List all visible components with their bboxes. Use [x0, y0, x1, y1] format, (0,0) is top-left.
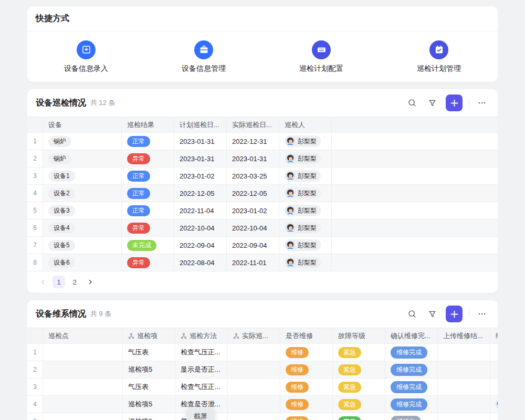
- cell-repair: 维修: [280, 344, 333, 361]
- row-number-header: [27, 117, 43, 132]
- screenshot-tooltip: 截屏: [186, 408, 215, 420]
- table-row[interactable]: 5巡检项5显示是否正...维修重要维修中: [27, 413, 498, 420]
- column-header[interactable]: 实际巡...: [228, 328, 280, 343]
- column-header[interactable]: 确认维修完...: [385, 328, 438, 343]
- confirm-repair-button[interactable]: 维修完成: [391, 381, 427, 393]
- filter-icon[interactable]: [425, 96, 439, 110]
- table-row[interactable]: 7设备5未完成2022-09-042022-09-04彭梨梨: [27, 237, 498, 254]
- column-header-label: 巡检结果: [127, 120, 154, 130]
- maintenance-toolbar: [405, 306, 489, 322]
- table-row[interactable]: 4设备2正常2022-12-052022-12-05彭梨梨: [27, 185, 498, 202]
- table-row[interactable]: 2巡检项5显示是否正...维修紧急维修完成: [27, 361, 498, 379]
- calendar-check-icon: [429, 40, 448, 59]
- more-icon[interactable]: [475, 307, 489, 321]
- cell-repair: 维修: [280, 413, 333, 420]
- avatar-collar: [287, 144, 294, 146]
- cell-inspection-point: [43, 379, 123, 395]
- result-badge: 异常: [127, 153, 150, 164]
- device-tag: 锅炉: [48, 136, 71, 147]
- shortcut-item-1[interactable]: 设备信息录入: [27, 32, 145, 82]
- page-button-2[interactable]: 2: [68, 276, 81, 288]
- level-badge: 紧急: [338, 347, 361, 358]
- table-row[interactable]: 1锅炉正常2023-01-312022-12-31彭梨梨: [27, 133, 498, 150]
- cell-actual-date: 2022-11-01: [227, 254, 279, 271]
- search-icon[interactable]: [405, 307, 419, 321]
- row-number: 1: [27, 344, 43, 361]
- cell-fault-level: 紧急: [333, 379, 385, 395]
- device-tag: 设备6: [48, 257, 75, 268]
- table-row[interactable]: 3设备1正常2023-01-022023-03-25彭梨梨: [27, 167, 498, 185]
- prev-page-icon[interactable]: [37, 276, 49, 288]
- table-row[interactable]: 3气压表检查气压正...维修紧急维修完成: [27, 379, 498, 396]
- row-filler: [332, 202, 498, 219]
- add-record-button[interactable]: [446, 94, 463, 111]
- table-row[interactable]: 6设备4异常2022-10-042022-10-04彭梨梨: [27, 219, 498, 237]
- avatar: [286, 223, 295, 233]
- lookup-icon: [128, 333, 134, 339]
- column-header[interactable]: 巡检结果: [122, 117, 174, 132]
- column-header[interactable]: 巡检点: [43, 328, 123, 343]
- inspector-chip: 彭梨梨: [285, 187, 321, 199]
- page-button-1[interactable]: 1: [52, 276, 65, 288]
- table-row[interactable]: 2锅炉异常2023-01-312023-01-31彭梨梨: [27, 150, 498, 167]
- add-record-button[interactable]: [446, 306, 463, 322]
- column-header[interactable]: 故障等级: [333, 328, 385, 343]
- inspector-name: 彭梨梨: [298, 206, 317, 215]
- shortcut-label: 设备信息管理: [182, 64, 226, 74]
- cell-inspection-point: [43, 344, 123, 361]
- column-header[interactable]: 上传维修结...: [438, 328, 490, 343]
- cell-actual-date: 2022-09-04: [227, 237, 279, 254]
- cell-device: 设备5: [43, 237, 122, 254]
- filter-icon[interactable]: [425, 307, 439, 321]
- cell-planned-date: 2022-12-05: [174, 185, 227, 202]
- shortcut-item-3[interactable]: 巡检计划配置: [262, 32, 380, 82]
- column-header-label: 实际巡...: [242, 331, 268, 341]
- column-header[interactable]: 是否维修: [280, 328, 333, 343]
- column-header[interactable]: 设备: [43, 117, 122, 132]
- confirm-repair-button[interactable]: 维修完成: [391, 398, 427, 411]
- inspection-table: 设备巡检结果计划巡检日...实际巡检日...巡检人1锅炉正常2023-01-31…: [27, 117, 498, 271]
- column-header[interactable]: 巡检人: [279, 117, 332, 132]
- confirm-repair-button[interactable]: 维修中: [391, 416, 421, 420]
- avatar-collar: [287, 230, 294, 233]
- table-row[interactable]: 4巡检项5检查是否泄...维修紧急维修完成: [27, 396, 498, 413]
- header-filler: [332, 117, 498, 132]
- column-header[interactable]: 巡检方法: [175, 328, 228, 343]
- cell-fault-level: 重要: [333, 413, 385, 420]
- confirm-repair-button[interactable]: 维修完成: [391, 364, 427, 376]
- cell-inspector: 彭梨梨: [279, 185, 332, 202]
- shortcut-item-4[interactable]: 巡检计划管理: [380, 32, 498, 82]
- row-number-header: [27, 328, 43, 343]
- cell-result: 异常: [122, 219, 174, 236]
- row-filler: [332, 150, 498, 167]
- column-header-label: 是否维修: [286, 331, 313, 341]
- cell-result: 异常: [122, 150, 174, 167]
- cell-inspection-point: [43, 396, 123, 413]
- cell-result: 正常: [122, 133, 174, 150]
- column-header[interactable]: 计划巡检日...: [174, 117, 227, 132]
- cell-actual: [228, 413, 280, 420]
- inspector-name: 彭梨梨: [298, 154, 317, 163]
- table-row[interactable]: 5设备3正常2022-11-042023-01-02彭梨梨: [27, 202, 498, 219]
- shortcut-label: 设备信息录入: [64, 64, 108, 74]
- more-icon[interactable]: [475, 96, 489, 110]
- avatar: [286, 136, 295, 146]
- cell-inspection-item: 巡检项5: [123, 413, 175, 420]
- cell-device: 锅炉: [43, 150, 122, 167]
- table-row[interactable]: 1气压表检查气压正...维修紧急维修完成: [27, 344, 498, 361]
- column-header[interactable]: 实际巡检日...: [227, 117, 279, 132]
- maintenance-header-row: 巡检点巡检项巡检方法实际巡...是否维修故障等级确认维修完...上传维修结...…: [27, 328, 498, 344]
- table-row[interactable]: 8设备6异常2022-08-042022-11-01彭梨梨: [27, 254, 498, 271]
- row-number: 6: [27, 219, 43, 236]
- lookup-icon: [233, 333, 239, 339]
- shortcuts-title-bar: 快捷方式: [27, 6, 498, 32]
- cell-inspection-item: 气压表: [123, 344, 175, 361]
- next-page-icon[interactable]: [84, 276, 97, 288]
- shortcut-item-2[interactable]: 设备信息管理: [145, 32, 262, 82]
- confirm-repair-button[interactable]: 维修完成: [391, 346, 427, 359]
- search-icon[interactable]: [405, 96, 419, 110]
- cell-device: 锅炉: [43, 133, 122, 150]
- column-header[interactable]: 巡检项: [123, 328, 175, 343]
- column-header[interactable]: 维: [490, 328, 498, 343]
- inspector-name: 彭梨梨: [298, 258, 317, 267]
